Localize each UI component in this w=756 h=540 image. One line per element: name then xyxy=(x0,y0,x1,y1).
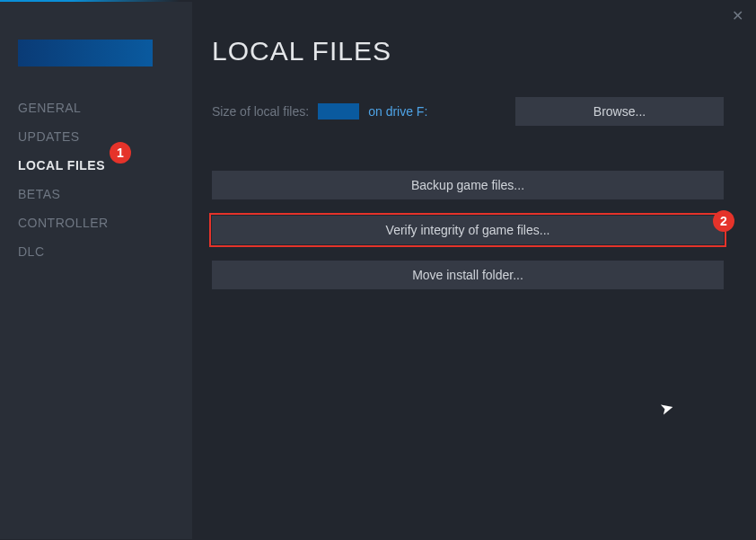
size-row: Size of local files: on drive F: Browse.… xyxy=(212,97,724,126)
drive-link[interactable]: on drive F: xyxy=(368,104,427,119)
action-buttons: Backup game files... Verify integrity of… xyxy=(212,171,724,289)
game-logo-placeholder xyxy=(18,40,153,66)
nav-local-files[interactable]: LOCAL FILES xyxy=(18,151,174,180)
size-label: Size of local files: xyxy=(212,104,309,119)
nav-updates[interactable]: UPDATES xyxy=(18,122,174,151)
nav-list: GENERAL UPDATES LOCAL FILES BETAS CONTRO… xyxy=(0,93,192,266)
sidebar: GENERAL UPDATES LOCAL FILES BETAS CONTRO… xyxy=(0,2,192,539)
page-title: LOCAL FILES xyxy=(212,36,724,66)
move-folder-button[interactable]: Move install folder... xyxy=(212,261,724,289)
close-icon[interactable]: ✕ xyxy=(732,7,743,24)
settings-window: ✕ GENERAL UPDATES LOCAL FILES BETAS CONT… xyxy=(0,0,756,540)
nav-general[interactable]: GENERAL xyxy=(18,93,174,122)
browse-button[interactable]: Browse... xyxy=(515,97,724,126)
nav-betas[interactable]: BETAS xyxy=(18,180,174,208)
content-area: LOCAL FILES Size of local files: on driv… xyxy=(212,36,724,289)
backup-button[interactable]: Backup game files... xyxy=(212,171,724,199)
verify-integrity-button[interactable]: Verify integrity of game files... xyxy=(212,216,724,244)
annotation-badge-1: 1 xyxy=(110,142,131,164)
size-value-redacted xyxy=(318,103,359,120)
nav-dlc[interactable]: DLC xyxy=(18,237,174,266)
cursor-icon: ➤ xyxy=(657,396,675,419)
nav-controller[interactable]: CONTROLLER xyxy=(18,208,174,237)
annotation-badge-2: 2 xyxy=(713,210,734,232)
